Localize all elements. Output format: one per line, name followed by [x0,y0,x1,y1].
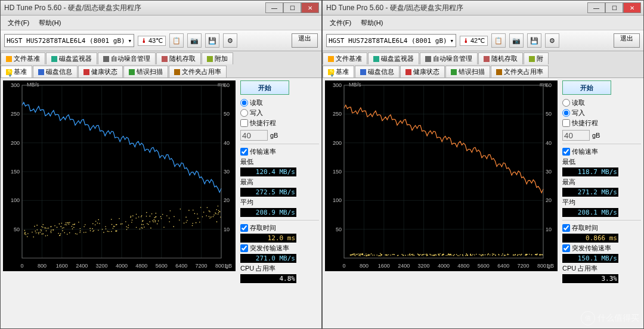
exit-button[interactable]: 退出 [292,33,318,48]
titlebar[interactable]: HD Tune Pro 5.60 - 硬盘/固态硬盘实用程序 — ☐ ✕ [323,1,643,15]
drive-select[interactable]: HGST HUS728T8TALE6L4 (8001 gB)▾ [326,34,456,47]
tab-file-benchmark[interactable]: 文件基准 [1,52,45,64]
svg-point-482 [443,254,444,255]
start-button[interactable]: 开始 [240,80,289,95]
svg-point-44 [38,232,39,234]
svg-point-137 [215,212,216,213]
svg-point-50 [149,221,150,222]
radio-write[interactable] [240,109,248,117]
start-button[interactable]: 开始 [562,80,611,95]
check-access[interactable] [562,224,570,232]
menu-help[interactable]: 帮助(H) [35,18,64,28]
label-min: 最低 [562,157,641,166]
svg-point-113 [27,236,28,237]
screenshot-button[interactable]: 📷 [509,33,524,48]
tab-benchmark[interactable]: 💡基准 [323,66,354,77]
tab-random-access[interactable]: 随机存取 [156,52,201,64]
menu-file[interactable]: 文件(F) [4,18,33,28]
settings-button[interactable]: ⚙ [545,33,559,48]
tab-health[interactable]: 健康状态 [400,66,445,77]
svg-point-468 [504,254,505,256]
minimize-button[interactable]: — [587,2,605,13]
check-transfer[interactable] [240,148,248,156]
tab-folder-usage[interactable]: 文件夹占用率 [169,66,227,77]
menu-file[interactable]: 文件(F) [326,18,355,28]
maximize-button[interactable]: ☐ [283,2,301,13]
radio-write[interactable] [562,109,570,117]
radio-read[interactable] [240,99,248,107]
tab-disk-info[interactable]: 磁盘信息 [33,66,78,77]
radio-read[interactable] [562,99,570,107]
tab-random-access[interactable]: 随机存取 [478,52,523,64]
svg-point-178 [114,226,115,227]
quick-size-input[interactable] [562,130,590,141]
svg-text:40: 40 [546,140,552,146]
svg-point-464 [372,254,373,256]
svg-point-69 [154,221,156,222]
svg-point-365 [466,254,467,256]
exit-button[interactable]: 退出 [614,33,640,48]
svg-point-99 [92,231,94,232]
tab-disk-monitor[interactable]: 磁盘监视器 [46,52,97,64]
svg-point-483 [354,253,355,254]
check-transfer[interactable] [562,148,570,156]
tab-aam[interactable]: 自动噪音管理 [420,52,478,64]
svg-point-227 [27,233,29,234]
quick-size-input[interactable] [240,130,268,141]
save-button[interactable]: 💾 [205,33,219,48]
check-burst[interactable] [240,244,248,252]
menu-help[interactable]: 帮助(H) [357,18,386,28]
tab-disk-monitor[interactable]: 磁盘监视器 [368,52,419,64]
benchmark-chart: 5010015020025030010203040506008001600240… [3,80,236,271]
settings-button[interactable]: ⚙ [223,33,237,48]
svg-point-229 [51,226,52,227]
check-quick[interactable] [240,119,248,127]
tab-health[interactable]: 健康状态 [78,66,123,77]
svg-rect-0 [3,80,236,271]
check-access[interactable] [240,224,248,232]
tab-disk-info[interactable]: 磁盘信息 [355,66,400,77]
temperature-badge: 🌡 43℃ [138,36,166,46]
svg-point-203 [103,232,104,233]
svg-point-157 [184,223,185,224]
check-quick[interactable] [562,119,570,127]
drive-select[interactable]: HGST HUS728T8TALE6L4 (8001 gB)▾ [4,34,134,47]
svg-point-438 [410,253,411,254]
screenshot-button[interactable]: 📷 [187,33,202,48]
svg-point-218 [60,233,61,234]
check-burst[interactable] [562,244,570,252]
close-button[interactable]: ✕ [623,2,641,13]
svg-point-96 [196,222,197,224]
svg-text:1600: 1600 [56,263,68,269]
tab-file-benchmark[interactable]: 文件基准 [323,52,367,64]
copy-button[interactable]: 📋 [491,33,506,48]
gear-icon: ⚙ [549,37,555,45]
tab-benchmark[interactable]: 💡基准 [1,66,32,77]
maximize-button[interactable]: ☐ [605,2,623,13]
svg-point-459 [392,254,393,255]
svg-point-226 [95,221,97,222]
tab-folder-usage[interactable]: 文件夹占用率 [491,66,549,77]
titlebar[interactable]: HD Tune Pro 5.60 - 硬盘/固态硬盘实用程序 — ☐ ✕ [1,1,321,15]
thermometer-icon: 🌡 [141,37,147,44]
tab-error-scan[interactable]: 错误扫描 [445,66,490,77]
save-button[interactable]: 💾 [527,33,541,48]
svg-point-420 [527,254,528,255]
close-button[interactable]: ✕ [301,2,319,13]
tab-extra[interactable]: 附加 [202,52,233,64]
svg-point-77 [163,226,165,228]
svg-point-211 [80,228,81,229]
svg-point-134 [185,222,187,223]
svg-point-128 [32,232,33,233]
file-icon [328,56,334,62]
minimize-button[interactable]: — [265,2,283,13]
copy-button[interactable]: 📋 [169,33,184,48]
svg-point-426 [525,254,527,255]
svg-point-230 [192,223,193,224]
svg-point-219 [150,228,151,229]
tab-aam[interactable]: 自动噪音管理 [98,52,156,64]
svg-text:0: 0 [342,263,345,269]
tab-extra[interactable]: 附 [524,52,549,64]
svg-text:10: 10 [224,226,230,232]
tab-error-scan[interactable]: 错误扫描 [123,66,168,77]
